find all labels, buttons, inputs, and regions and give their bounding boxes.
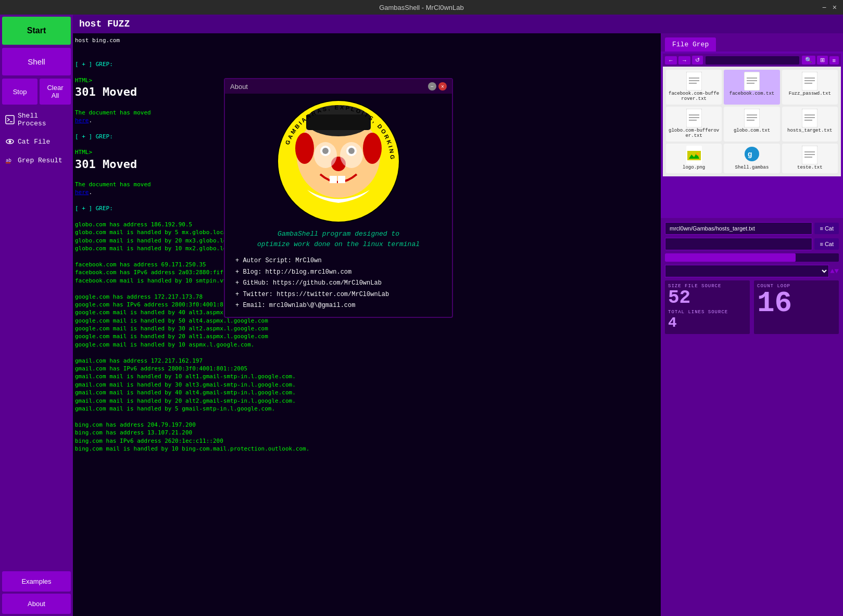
right-panel: File Grep ← → ↺ 🔍 ⊞ ≡	[661, 33, 843, 616]
file-grid: facebook.com-bufferover.txt facebook.com…	[663, 67, 841, 176]
file-grep-tab[interactable]: File Grep	[665, 37, 716, 52]
file-item[interactable]: globo.com.txt	[724, 107, 779, 142]
content-area: host bing.com [ + ] GREP: HTML>301 Moved…	[73, 33, 843, 616]
modal-info: + Autor Script: MrCl0wn + Blog: http://b…	[230, 255, 447, 312]
svg-rect-22	[744, 109, 760, 127]
modal-close-btn[interactable]: ×	[438, 82, 447, 91]
file-item[interactable]: facebook.com-bufferover.txt	[666, 70, 722, 105]
nav-forward-btn[interactable]: →	[678, 56, 690, 65]
cat-row-1: ≡ Cat	[665, 222, 839, 235]
svg-point-3	[9, 140, 11, 143]
file-item[interactable]: teste.txt	[782, 144, 838, 173]
svg-rect-35	[802, 146, 817, 164]
title-bar: GambasShell - MrCl0wnLab − ×	[0, 0, 843, 15]
sidebar: Start Shell Stop Clear All Shell Process…	[0, 15, 73, 616]
clear-button[interactable]: Clear All	[40, 79, 71, 105]
cat-file-label: Cat File	[18, 138, 50, 146]
shell-process-label: Shell Process	[18, 112, 68, 127]
svg-text:g: g	[748, 150, 752, 158]
modal-controls: − ×	[428, 82, 447, 91]
host-fuzz-text: host FUZZ	[79, 19, 130, 29]
total-value: 4	[668, 315, 747, 331]
total-label: TOTAL LINES SOURCE	[668, 310, 747, 315]
grid-view-btn[interactable]: ⊞	[817, 56, 828, 65]
cat-icon: ≡	[820, 225, 823, 232]
shell-button[interactable]: Shell	[2, 48, 71, 75]
count-value: 16	[757, 289, 836, 318]
ab-icon: ab	[5, 156, 15, 165]
nav-back-btn[interactable]: ←	[665, 56, 677, 65]
cat-row-2: ≡ Cat	[665, 238, 839, 250]
stat-box-size: SIZE FILE SOURCE 52 TOTAL LINES SOURCE 4	[665, 280, 750, 334]
host-fuzz-bar: host FUZZ	[73, 15, 843, 33]
dropdown-arrow[interactable]: ▲▼	[830, 267, 839, 275]
file-item[interactable]: logo.png	[666, 144, 722, 173]
svg-point-32	[696, 152, 699, 156]
terminal-icon	[5, 115, 15, 124]
modal-titlebar: About − ×	[225, 79, 452, 94]
cat-input-1[interactable]	[665, 222, 812, 235]
sidebar-bottom: Examples About	[2, 571, 71, 614]
sidebar-spacer	[2, 170, 71, 570]
svg-text:ab: ab	[6, 158, 11, 163]
app-title: GambasShell - MrCl0wnLab	[379, 4, 464, 11]
stats-row: SIZE FILE SOURCE 52 TOTAL LINES SOURCE 4…	[665, 280, 839, 334]
sidebar-item-shell-process[interactable]: Shell Process	[2, 108, 71, 132]
modal-title: About	[230, 83, 248, 91]
file-browser: ← → ↺ 🔍 ⊞ ≡	[661, 52, 843, 218]
dropdown-row: ▲▼	[665, 265, 839, 277]
cat-btn-2[interactable]: ≡ Cat	[814, 238, 839, 250]
cat-input-2[interactable]	[665, 238, 812, 250]
file-item[interactable]: Fuzz_passwd.txt	[782, 70, 838, 105]
stat-box-count: COUNT LOOP 16	[754, 280, 839, 334]
cat-btn-1[interactable]: ≡ Cat	[814, 223, 839, 234]
right-bottom: ≡ Cat ≡ Cat	[661, 218, 843, 616]
nav-refresh-btn[interactable]: ↺	[692, 56, 703, 65]
grep-result-label: Grep Result	[18, 157, 62, 164]
cat-btn-1-label: Cat	[825, 225, 834, 232]
email-line: + Email: mrcl0wnlab\@\@gmail.com	[235, 300, 442, 312]
close-button[interactable]: ×	[831, 3, 839, 11]
blog-line: + Blog: http://blog.mrcl0wn.com	[235, 267, 442, 278]
svg-rect-31	[687, 151, 701, 160]
main-content: host FUZZ host bing.com [ + ] GREP: HTML…	[73, 15, 843, 616]
svg-rect-26	[802, 109, 817, 127]
svg-rect-18	[686, 109, 702, 127]
about-button[interactable]: About	[2, 594, 71, 614]
stop-button[interactable]: Stop	[2, 79, 37, 105]
modal-minimize-btn[interactable]: −	[428, 82, 436, 91]
svg-rect-14	[802, 72, 817, 91]
author-line: + Autor Script: MrCl0wn	[235, 255, 442, 267]
file-item[interactable]: hosts_target.txt	[782, 107, 838, 142]
file-item[interactable]: facebook.com.txt	[724, 70, 779, 105]
loop-select[interactable]	[665, 265, 829, 277]
file-item[interactable]: g Shell.gambas	[724, 144, 779, 173]
github-line: + GitHub: https://github.com/MrCl0wnLab	[235, 278, 442, 289]
stop-clear-row: Stop Clear All	[2, 79, 71, 105]
cat-btn-2-label: Cat	[825, 241, 834, 247]
eye-icon	[5, 137, 15, 146]
size-value: 52	[668, 289, 747, 307]
file-item[interactable]: globo.com-bufferover.txt	[666, 107, 722, 142]
svg-rect-10	[744, 72, 760, 91]
modal-body: GAMBIARRAS, EXPLOITS, DORKING GambaShell…	[225, 94, 452, 317]
modal-tagline: GambaShell program designed tooptimize w…	[257, 229, 420, 249]
file-toolbar: ← → ↺ 🔍 ⊞ ≡	[663, 54, 841, 67]
window-controls: − ×	[820, 3, 839, 11]
sidebar-item-cat-file[interactable]: Cat File	[2, 133, 71, 150]
progress-bar-inner	[665, 253, 796, 262]
list-view-btn[interactable]: ≡	[829, 56, 839, 65]
sidebar-item-grep-result[interactable]: ab Grep Result	[2, 151, 71, 169]
svg-rect-6	[686, 72, 702, 91]
progress-bar-outer	[665, 253, 839, 262]
start-button[interactable]: Start	[2, 17, 71, 45]
search-btn[interactable]: 🔍	[802, 56, 815, 65]
examples-button[interactable]: Examples	[2, 571, 71, 592]
clown-logo: GAMBIARRAS, EXPLOITS, DORKING	[276, 99, 401, 224]
about-modal[interactable]: About − ×	[224, 78, 453, 318]
minimize-button[interactable]: −	[820, 3, 828, 11]
twitter-line: + Twitter: https://twitter.com/MrCl0wnLa…	[235, 289, 442, 301]
cat-icon-2: ≡	[820, 241, 823, 247]
